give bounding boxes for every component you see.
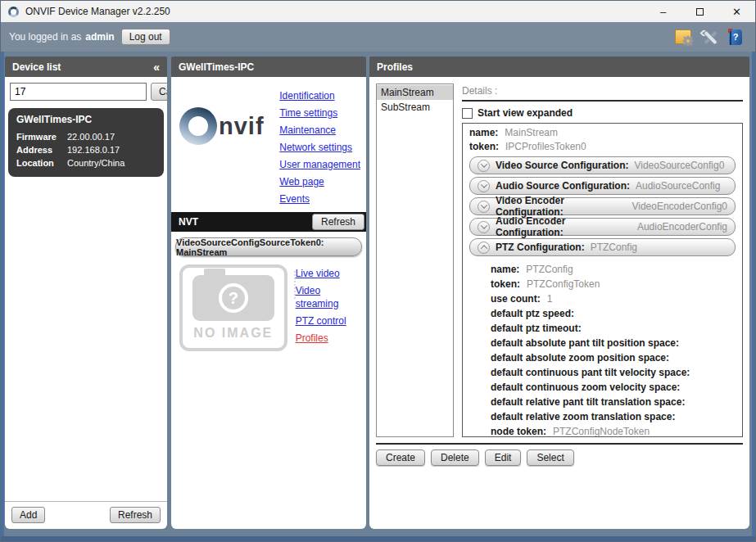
nvt-title: NVT: [179, 216, 198, 228]
link-time-settings[interactable]: Time settings: [279, 106, 337, 120]
profiles-title: Profiles: [377, 61, 413, 73]
link-profiles[interactable]: Profiles: [296, 332, 328, 345]
add-device-button[interactable]: Add: [11, 507, 45, 523]
device-panel-title: GWellTimes-IPC: [179, 61, 254, 73]
filter-cancel-button[interactable]: Cancel: [151, 83, 167, 101]
edit-profile-button[interactable]: Edit: [485, 449, 522, 466]
details-label: Details :: [462, 84, 743, 97]
link-events[interactable]: Events: [279, 192, 310, 206]
minimize-button[interactable]: –: [645, 1, 681, 22]
audio-encoder-config-label: Audio Encoder Configuration:: [496, 215, 632, 238]
link-user-management[interactable]: User management: [279, 158, 360, 171]
ptz-config-label: PTZ Configuration:: [496, 242, 585, 253]
events-note-icon[interactable]: [675, 29, 691, 44]
camera-icon: ?: [192, 275, 274, 321]
create-profile-button[interactable]: Create: [376, 449, 425, 466]
video-encoder-config-expander[interactable]: Video Encoder Configuration: VideoEncode…: [469, 197, 736, 215]
device-panel: GWellTimes-IPC nvif Identification Time …: [171, 56, 366, 529]
toolbar-icons: ?: [675, 29, 747, 45]
minimize-icon: –: [660, 6, 666, 18]
nvt-media-row: ? NO IMAGE Live video Video streaming PT…: [171, 260, 366, 351]
nvt-section-header: NVT Refresh: [171, 212, 366, 232]
audio-source-config-expander[interactable]: Audio Source Configuration: AudioSourceC…: [469, 177, 736, 195]
help-question-glyph: ?: [733, 32, 739, 42]
link-network-settings[interactable]: Network settings: [279, 141, 352, 154]
profile-token-row: token: IPCProfilesToken0: [469, 140, 736, 154]
link-web-page[interactable]: Web page: [279, 175, 324, 188]
no-image-label: NO IMAGE: [193, 326, 273, 341]
video-source-config-expander[interactable]: Video Source Configuration: VideoSourceC…: [469, 156, 736, 174]
collapse-panel-icon[interactable]: «: [153, 61, 160, 74]
main-area: Device list « Cancel GWellTimes-IPC Firm…: [1, 52, 755, 536]
maintenance-tools-icon[interactable]: [701, 29, 719, 45]
profile-name-label: name:: [469, 126, 498, 140]
link-ptz-control[interactable]: PTZ control: [296, 314, 346, 327]
ptz-row: token:PTZConfigToken: [491, 277, 736, 291]
device-panel-header: GWellTimes-IPC: [171, 56, 366, 77]
link-maintenance[interactable]: Maintenance: [279, 124, 336, 137]
chevron-down-icon: [478, 180, 490, 192]
firmware-label: Firmware: [16, 130, 67, 143]
details-divider: [462, 100, 743, 102]
toolbar: You logged in as admin Log out ?: [1, 22, 755, 52]
profile-listbox: MainStream SubStream: [376, 84, 454, 437]
chevron-down-icon: [478, 221, 490, 233]
start-view-expanded-checkbox[interactable]: [462, 108, 473, 119]
nvt-links: Live video Video streaming PTZ control P…: [296, 264, 363, 351]
ptz-row: name:PTZConfig: [491, 262, 736, 277]
close-button[interactable]: ✕: [718, 1, 755, 22]
profile-item-substream[interactable]: SubStream: [377, 100, 453, 115]
video-encoder-config-label: Video Encoder Configuration:: [496, 195, 626, 218]
select-profile-button[interactable]: Select: [527, 449, 573, 466]
audio-encoder-config-value: AudioEncoderConfig: [637, 221, 727, 233]
profiles-panel: Profiles MainStream SubStream Details : …: [369, 56, 749, 529]
close-icon: ✕: [732, 6, 741, 18]
maximize-button[interactable]: [681, 1, 718, 22]
link-video-streaming[interactable]: Video streaming: [296, 284, 358, 310]
device-links: Identification Time settings Maintenance…: [279, 87, 363, 207]
chevron-up-icon: [478, 242, 490, 254]
help-book-icon[interactable]: ?: [729, 29, 742, 45]
audio-encoder-config-expander[interactable]: Audio Encoder Configuration: AudioEncode…: [469, 218, 736, 236]
ptz-row: default continuous zoom velocity space:: [491, 380, 736, 395]
profile-item-mainstream[interactable]: MainStream: [377, 85, 453, 100]
login-status-text: You logged in as: [9, 31, 81, 43]
profile-details-box: name: MainStream token: IPCProfilesToken…: [462, 123, 743, 437]
device-address-row: Address 192.168.0.17: [16, 143, 156, 156]
profiles-actions: Create Delete Edit Select: [376, 449, 743, 466]
camera-question-glyph: ?: [229, 289, 238, 308]
device-overview-section: nvif Identification Time settings Mainte…: [171, 77, 366, 212]
ptz-row: default continuous pant tilt velocity sp…: [491, 365, 736, 380]
window-controls: – ✕: [645, 1, 755, 22]
logout-button[interactable]: Log out: [121, 29, 170, 45]
video-source-config-value: VideoSourceConfig0: [634, 160, 724, 171]
profile-name-value: MainStream: [505, 126, 558, 140]
device-filter-input[interactable]: [10, 83, 147, 101]
start-view-expanded-label: Start view expanded: [478, 107, 573, 119]
onvif-logo: nvif: [179, 105, 265, 147]
refresh-devices-button[interactable]: Refresh: [110, 507, 161, 523]
profiles-panel-body: MainStream SubStream Details : Start vie…: [369, 77, 749, 529]
nvt-refresh-button[interactable]: Refresh: [312, 214, 364, 230]
window-title: ONVIF Device Manager v2.2.250: [25, 6, 170, 17]
device-card[interactable]: GWellTimes-IPC Firmware 22.00.00.17 Addr…: [8, 108, 164, 177]
profile-token-value: IPCProfilesToken0: [505, 140, 586, 154]
maximize-icon: [696, 8, 704, 16]
app-window: ONVIF Device Manager v2.2.250 – ✕ You lo…: [0, 0, 756, 542]
ptz-row: default relative pant tilt translation s…: [491, 395, 736, 409]
device-list-footer: Add Refresh: [5, 501, 167, 529]
video-source-token-button[interactable]: VideoSourceConfigSourceToken0: MainStrea…: [175, 237, 362, 256]
video-encoder-config-value: VideoEncoderConfig0: [632, 201, 727, 212]
link-identification[interactable]: Identification: [279, 89, 334, 102]
device-list-body: Cancel GWellTimes-IPC Firmware 22.00.00.…: [5, 77, 167, 529]
device-list-panel: Device list « Cancel GWellTimes-IPC Firm…: [5, 56, 167, 529]
ptz-row: use count:1: [491, 291, 736, 306]
ptz-config-expander[interactable]: PTZ Configuration: PTZConfig: [469, 238, 736, 256]
profile-token-label: token:: [469, 140, 499, 154]
device-list-spacer: [5, 181, 167, 501]
link-live-video[interactable]: Live video: [296, 267, 340, 280]
camera-notch: [204, 269, 225, 277]
location-value: Country/China: [67, 156, 124, 169]
onvif-app-icon: [8, 7, 19, 17]
delete-profile-button[interactable]: Delete: [431, 449, 479, 466]
